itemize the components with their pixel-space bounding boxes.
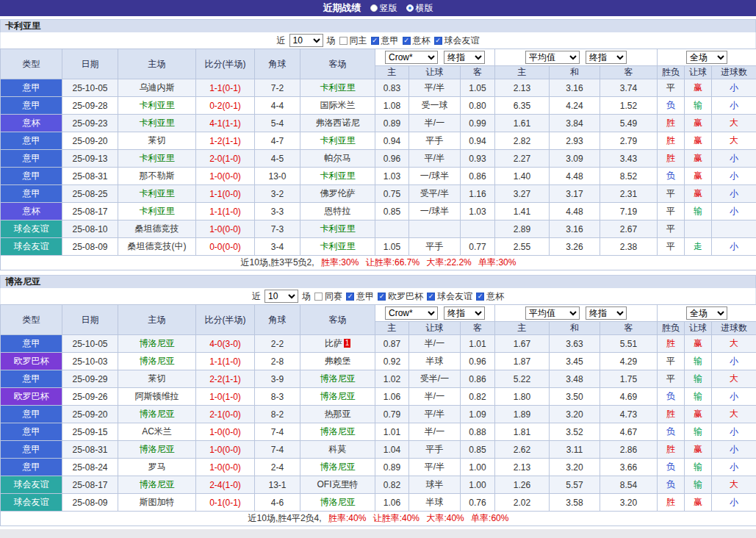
score-link[interactable]: 2-1(0-0) [196,406,255,423]
away-team-link[interactable]: 弗赖堡 [325,356,351,366]
score-link[interactable]: 1-0(0-0) [196,423,255,441]
league-filter-coppa[interactable]: 意杯 [476,290,504,303]
same-competition-checkbox[interactable]: 同赛 [314,290,342,303]
away-team-link[interactable]: 博洛尼亚 [320,426,356,437]
match-date: 25-09-26 [62,388,118,406]
score-link[interactable]: 4-1(1-1) [196,115,255,132]
handicap-result-cell: 赢 [685,168,712,185]
home-team-link[interactable]: 斯图加特 [140,497,175,507]
home-team-link[interactable]: 罗马 [148,462,166,472]
away-team-link[interactable]: 帕尔马 [325,153,351,163]
home-team-link[interactable]: 莱切 [148,135,166,146]
score-link[interactable]: 1-1(1-0) [196,203,255,220]
league-badge: 意甲 [1,335,62,353]
home-team-link[interactable]: 卡利亚里 [140,100,175,110]
euro-stage-select[interactable]: 终指 [586,306,627,320]
league-filter-serie-a[interactable]: 意甲 [346,290,374,303]
home-team-link[interactable]: AC米兰 [142,426,172,437]
euro-stage-select[interactable]: 终指 [586,51,627,64]
score-link[interactable]: 1-1(1-0) [196,353,255,370]
home-team-link[interactable]: 乌迪内斯 [140,82,175,93]
away-team-link[interactable]: 卡利亚里 [320,171,356,181]
away-team-link[interactable]: 博洛尼亚 [320,391,356,401]
match-date: 25-09-28 [62,97,118,115]
score-link[interactable]: 1-1(0-1) [196,79,255,97]
euro-draw-odds: 3.20 [550,459,600,476]
bookmaker-select[interactable]: Crow* [385,306,438,320]
average-odds-select[interactable]: 平均值 [525,306,580,320]
match-count-select[interactable]: 10 [289,34,323,47]
away-team-link[interactable]: 热那亚 [325,409,351,419]
average-odds-select[interactable]: 平均值 [525,51,580,64]
score-link[interactable]: 1-0(1-0) [196,388,255,406]
away-team-link[interactable]: OFI克里特 [317,479,359,489]
handicap-away-odds: 1.03 [461,203,495,220]
score-link[interactable]: 2-4(1-0) [196,476,255,494]
away-team-link[interactable]: 科莫 [329,444,347,454]
away-team-link[interactable]: 卡利亚里 [320,135,356,146]
home-team-link[interactable]: 桑坦德竞技 [135,223,179,234]
score-link[interactable]: 0-2(0-1) [196,97,255,115]
home-team-link[interactable]: 桑坦德竞技(中) [128,241,187,251]
home-team-link[interactable]: 阿斯顿维拉 [135,391,179,401]
euro-away-odds: 8.54 [600,476,658,494]
away-team-link[interactable]: 卡利亚里 [320,82,356,93]
league-filter-coppa[interactable]: 意杯 [403,35,431,47]
match-count-select[interactable]: 10 [264,290,298,303]
score-link[interactable]: 2-2(1-1) [196,370,255,388]
handicap-away-odds: 0.86 [461,370,495,388]
home-team-link[interactable]: 莱切 [148,373,166,384]
score-link[interactable]: 2-0(1-0) [196,150,255,168]
corners-value: 4-5 [255,150,300,168]
handicap-home-odds: 0.92 [375,353,409,370]
home-team-link[interactable]: 博洛尼亚 [140,479,175,489]
away-team-link[interactable]: 卡利亚里 [320,241,356,251]
away-team-link[interactable]: 卡利亚里 [320,223,356,234]
same-venue-checkbox[interactable]: 同主 [339,35,367,47]
euro-draw-odds: 3.63 [550,335,600,353]
league-filter-friendly[interactable]: 球会友谊 [434,35,480,47]
match-date: 25-08-09 [62,238,118,256]
score-link[interactable]: 1-0(0-0) [196,459,255,476]
home-team-link[interactable]: 卡利亚里 [140,118,175,128]
match-scope-select[interactable]: 全场 [686,306,727,320]
score-link[interactable]: 0-1(0-1) [196,494,255,512]
league-badge: 意杯 [1,203,62,220]
score-link[interactable]: 4-0(3-0) [196,335,255,353]
away-team-link[interactable]: 博洛尼亚 [320,373,356,384]
layout-radio-vertical[interactable]: 竖版 [370,2,397,15]
score-link[interactable]: 1-0(0-0) [196,220,255,238]
home-team-link[interactable]: 博洛尼亚 [140,444,175,454]
score-link[interactable]: 1-2(1-1) [196,132,255,150]
score-link[interactable]: 1-0(0-0) [196,441,255,459]
away-team-link[interactable]: 国际米兰 [320,100,356,110]
handicap-stage-select[interactable]: 终指 [444,51,485,64]
col-header-score: 比分(半场) [196,49,255,79]
euro-draw-odds: 3.45 [550,353,600,370]
home-team-link[interactable]: 那不勒斯 [140,171,175,181]
home-team-link[interactable]: 博洛尼亚 [140,338,175,348]
score-link[interactable]: 1-1(0-0) [196,185,255,203]
layout-radio-horizontal[interactable]: 横版 [406,2,433,15]
home-team-link[interactable]: 卡利亚里 [140,206,175,216]
league-filter-friendly[interactable]: 球会友谊 [427,290,472,303]
away-team-link[interactable]: 博洛尼亚 [320,497,356,507]
league-filter-europa[interactable]: 欧罗巴杯 [378,290,423,303]
away-team-link[interactable]: 博洛尼亚 [320,462,356,472]
score-link[interactable]: 1-0(0-0) [196,168,255,185]
bookmaker-select[interactable]: Crow* [385,51,438,64]
away-team-link[interactable]: 佛罗伦萨 [320,188,356,198]
score-link[interactable]: 0-0(0-0) [196,238,255,256]
home-team-link[interactable]: 卡利亚里 [140,188,175,198]
home-team-link[interactable]: 博洛尼亚 [140,409,175,419]
away-team-link[interactable]: 比萨 [325,338,342,348]
league-filter-serie-a[interactable]: 意甲 [371,35,399,47]
handicap-stage-select[interactable]: 终指 [444,306,485,320]
col-header-ah-home: 主 [375,66,409,79]
match-scope-select[interactable]: 全场 [686,51,727,64]
col-header-home: 主场 [118,305,196,335]
home-team-link[interactable]: 卡利亚里 [140,153,175,163]
away-team-link[interactable]: 恩特拉 [325,206,351,216]
home-team-link[interactable]: 博洛尼亚 [140,356,175,366]
away-team-link[interactable]: 弗洛西诺尼 [316,118,360,128]
